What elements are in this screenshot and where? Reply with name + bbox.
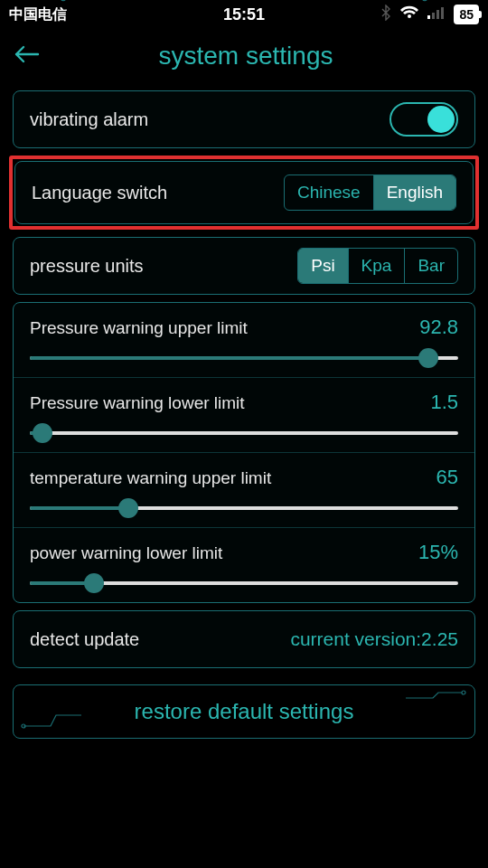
slider-thumb-icon [418, 348, 438, 368]
language-label: Language switch [32, 183, 284, 203]
warnings-card: Pressure warning upper limit 92.8 Pressu… [13, 302, 475, 603]
restore-defaults-button[interactable]: restore default settings [13, 684, 475, 739]
power-lower-label: power warning lower limit [30, 543, 222, 563]
power-lower-row: power warning lower limit 15% [14, 527, 474, 602]
detect-update-label: detect update [30, 629, 290, 650]
pressure-lower-row: Pressure warning lower limit 1.5 [14, 377, 474, 452]
carrier-label: 中国电信 [9, 5, 67, 24]
pressure-lower-value: 1.5 [430, 391, 458, 414]
current-version-value: current version:2.25 [290, 628, 458, 650]
vibrating-alarm-label: vibrating alarm [30, 109, 389, 130]
pressure-lower-slider[interactable] [30, 423, 458, 443]
pressure-units-label: pressure units [30, 256, 297, 277]
pressure-lower-label: Pressure warning lower limit [30, 393, 245, 413]
pressure-unit-kpa[interactable]: Kpa [348, 249, 405, 283]
slider-thumb-icon [84, 573, 104, 593]
svg-point-5 [423, 0, 427, 1]
toggle-knob-icon [427, 106, 455, 133]
pressure-units-segmented: Psi Kpa Bar [297, 248, 458, 284]
power-lower-slider[interactable] [30, 573, 458, 593]
slider-thumb-icon [33, 423, 52, 443]
restore-defaults-label: restore default settings [135, 699, 354, 724]
status-time: 15:51 [223, 5, 265, 24]
svg-rect-2 [436, 10, 439, 19]
language-card: Language switch Chinese English [14, 161, 474, 224]
temperature-upper-row: temperature warning upper limit 65 [14, 452, 474, 527]
power-lower-value: 15% [418, 541, 458, 564]
vibrating-alarm-card: vibrating alarm [13, 90, 475, 148]
language-option-english[interactable]: English [373, 175, 455, 210]
svg-point-7 [462, 691, 465, 694]
slider-thumb-icon [118, 498, 138, 518]
temperature-upper-value: 65 [436, 466, 458, 489]
status-bar: 中国电信 15:51 85 [0, 0, 488, 29]
pressure-unit-bar[interactable]: Bar [404, 249, 457, 283]
wifi-icon [399, 5, 419, 24]
pressure-upper-value: 92.8 [419, 316, 458, 339]
language-option-chinese[interactable]: Chinese [285, 175, 373, 210]
language-segmented: Chinese English [284, 175, 456, 211]
pressure-unit-psi[interactable]: Psi [298, 249, 347, 283]
temperature-upper-slider[interactable] [30, 498, 458, 518]
svg-point-4 [61, 0, 66, 1]
language-highlight: Language switch Chinese English [9, 156, 479, 230]
detect-update-card[interactable]: detect update current version:2.25 [13, 610, 475, 668]
vibrating-alarm-toggle[interactable] [389, 102, 458, 137]
pressure-upper-label: Pressure warning upper limit [30, 318, 248, 338]
signal-icon [427, 5, 446, 24]
pressure-upper-row: Pressure warning upper limit 92.8 [14, 303, 474, 377]
temperature-upper-label: temperature warning upper limit [30, 468, 271, 488]
pressure-upper-slider[interactable] [30, 348, 458, 368]
battery-indicator: 85 [454, 5, 479, 24]
title-bar: system settings [0, 29, 488, 83]
pressure-units-card: pressure units Psi Kpa Bar [13, 237, 475, 295]
svg-rect-3 [441, 7, 444, 19]
svg-rect-1 [432, 13, 435, 19]
svg-rect-0 [427, 15, 430, 19]
bluetooth-icon [380, 5, 392, 24]
page-title: system settings [16, 42, 475, 71]
